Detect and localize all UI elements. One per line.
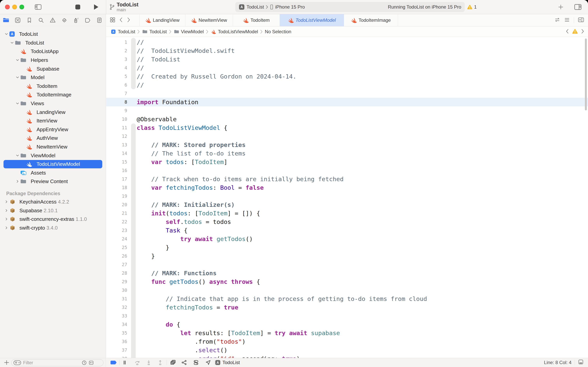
code-line-6[interactable]: 6// (106, 81, 588, 89)
tree-item-views[interactable]: Views (0, 99, 106, 108)
next-issue-button[interactable] (581, 29, 585, 35)
code-line-19[interactable]: 19 (106, 192, 588, 200)
project-navigator-tab[interactable] (3, 17, 9, 23)
minimap-options-icon[interactable] (564, 17, 570, 24)
bookmarks-navigator-tab[interactable] (26, 17, 33, 23)
code-line-22[interactable]: 22 self.todos = todos (106, 217, 588, 226)
editor-tab-todolistviewmodel[interactable]: TodoListViewModel (280, 14, 344, 26)
environment-overrides-button[interactable] (193, 360, 199, 366)
previous-issue-button[interactable] (565, 29, 569, 35)
code-line-15[interactable]: 15 var todos: [TodoItem] (106, 158, 588, 166)
swap-editor-icon[interactable] (554, 17, 560, 24)
code-line-13[interactable]: 13 // MARK: Stored properties (106, 141, 588, 149)
debug-navigator-tab[interactable] (73, 17, 79, 23)
filter-input[interactable] (23, 360, 80, 366)
code-line-34[interactable]: 34 do { (106, 320, 588, 329)
pause-execution-button[interactable] (122, 360, 127, 365)
add-tab-button[interactable] (556, 0, 565, 14)
code-line-25[interactable]: 25 } (106, 243, 588, 252)
activity-status[interactable]: Running TodoList on iPhone 15 Pro (388, 4, 461, 10)
code-line-14[interactable]: 14 // The list of to-do items (106, 149, 588, 158)
breakpoints-toggle-button[interactable] (110, 360, 117, 365)
tree-item-model[interactable]: Model (0, 73, 106, 82)
code-line-5[interactable]: 5// Created by Russell Gordon on 2024-04… (106, 72, 588, 81)
project-status[interactable]: TodoList main (117, 2, 138, 12)
toggle-navigator-sidebar-button[interactable] (34, 0, 42, 14)
minimize-window-button[interactable] (12, 5, 17, 9)
tests-navigator-tab[interactable] (61, 17, 67, 23)
code-line-27[interactable]: 27 (106, 260, 588, 269)
package-item-supabase[interactable]: Supabase 2.10.1 (0, 206, 106, 215)
code-line-17[interactable]: 17 // Track when to-do items are initial… (106, 175, 588, 183)
issues-navigator-tab[interactable] (50, 17, 56, 23)
code-line-12[interactable]: 12 (106, 132, 588, 141)
toggle-debug-area-button[interactable] (578, 359, 584, 366)
package-item-swift-crypto[interactable]: swift-crypto 3.4.0 (0, 223, 106, 232)
code-line-16[interactable]: 16 (106, 166, 588, 175)
tree-item-todoitemimage[interactable]: TodoItemImage (0, 90, 106, 99)
reports-navigator-tab[interactable] (96, 17, 102, 23)
editor-tab-landingview[interactable]: LandingView (140, 14, 185, 26)
code-line-23[interactable]: 23 Task { (106, 226, 588, 235)
tree-item-helpers[interactable]: Helpers (0, 56, 106, 65)
tree-item-todolist[interactable]: TodoList (0, 39, 106, 47)
view-hierarchy-button[interactable] (170, 360, 176, 366)
code-line-37[interactable]: 37 .select() (106, 346, 588, 354)
code-line-1[interactable]: 1// (106, 38, 588, 46)
running-target[interactable]: A TodoList (215, 358, 240, 367)
add-item-button[interactable] (3, 359, 10, 367)
tree-item-todolistviewmodel[interactable]: TodoListViewModel (0, 160, 106, 168)
editor-tab-todoitemimage[interactable]: TodoItemImage (344, 14, 398, 26)
code-line-33[interactable]: 33 (106, 312, 588, 320)
stop-button[interactable] (74, 0, 82, 14)
go-back-button[interactable] (119, 17, 123, 24)
code-line-28[interactable]: 28 // MARK: Functions (106, 269, 588, 277)
tree-item-todolist[interactable]: ATodoList (0, 30, 106, 39)
zoom-window-button[interactable] (19, 5, 24, 9)
tree-item-todolistapp[interactable]: TodoListApp (0, 47, 106, 56)
breadcrumb-item[interactable]: ATodoList (110, 29, 135, 35)
step-out-button[interactable] (157, 360, 163, 366)
tree-item-preview-content[interactable]: Preview Content (0, 177, 106, 186)
breadcrumb-item[interactable]: No Selection (265, 29, 291, 34)
go-forward-button[interactable] (126, 17, 131, 24)
filter-icon[interactable] (13, 360, 21, 365)
add-editor-icon[interactable] (578, 17, 584, 24)
code-line-35[interactable]: 35 let results: [TodoItem] = try await s… (106, 329, 588, 337)
memory-graph-button[interactable] (181, 360, 187, 366)
code-line-30[interactable]: 30 (106, 286, 588, 294)
breadcrumb-item[interactable]: TodoListViewModel (210, 29, 258, 35)
breadcrumb[interactable]: ATodoListTodoListViewModelTodoListViewMo… (110, 26, 291, 37)
find-navigator-tab[interactable] (38, 17, 44, 23)
code-line-2[interactable]: 2// TodoListViewModel.swift (106, 46, 588, 55)
tree-item-newitemview[interactable]: NewItemView (0, 142, 106, 151)
tree-item-authview[interactable]: AuthView (0, 134, 106, 142)
code-line-24[interactable]: 24 try await getTodos() (106, 235, 588, 243)
code-line-18[interactable]: 18 var fetchingTodos: Bool = false (106, 183, 588, 192)
editor-tab-todoitem[interactable]: TodoItem (233, 14, 280, 26)
code-line-4[interactable]: 4// (106, 64, 588, 72)
code-line-26[interactable]: 26 } (106, 252, 588, 260)
code-line-32[interactable]: 32 fetchingTodos = true (106, 303, 588, 312)
tree-item-viewmodel[interactable]: ViewModel (0, 151, 106, 160)
package-item-swift-concurrency-extras[interactable]: swift-concurrency-extras 1.1.0 (0, 215, 106, 224)
jumpbar-warning-icon[interactable] (572, 29, 578, 35)
tree-item-supabase[interactable]: Supabase (0, 64, 106, 73)
breadcrumb-item[interactable]: ViewModel (174, 29, 204, 34)
code-line-31[interactable]: 31 // Indicate that app is in the proces… (106, 294, 588, 303)
simulate-location-button[interactable] (205, 360, 211, 366)
toggle-inspector-sidebar-button[interactable] (572, 0, 583, 14)
code-line-11[interactable]: 11class TodoListViewModel { (106, 124, 588, 132)
source-editor[interactable]: 1//2// TodoListViewModel.swift3// TodoLi… (106, 37, 588, 358)
tree-item-appentryview[interactable]: AppEntryView (0, 125, 106, 134)
breadcrumb-item[interactable]: TodoList (142, 29, 167, 34)
code-line-29[interactable]: 29 func getTodos() async throws { (106, 277, 588, 286)
tree-item-itemview[interactable]: ItemView (0, 117, 106, 125)
code-line-3[interactable]: 3// TodoList (106, 55, 588, 64)
code-line-8[interactable]: 8import Foundation (106, 98, 588, 106)
related-items-icon[interactable] (110, 17, 116, 24)
code-line-7[interactable]: 7 (106, 89, 588, 98)
close-window-button[interactable] (5, 5, 10, 9)
step-over-button[interactable] (134, 360, 140, 366)
code-line-10[interactable]: 10@Observable (106, 115, 588, 124)
